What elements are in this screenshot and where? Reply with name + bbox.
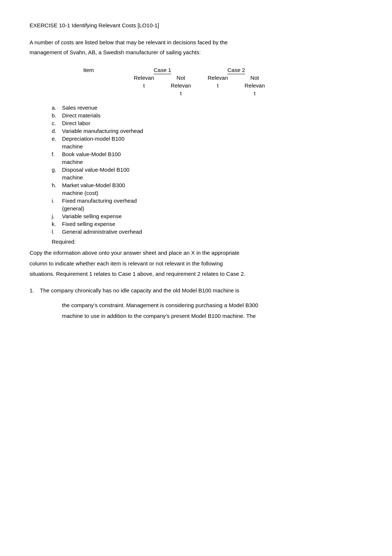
list-item-e: e. Depreciation-model B100 (52, 135, 362, 142)
list-label-k: k. (52, 221, 62, 227)
col-relevant1b: Relevan (162, 82, 199, 89)
list-text-h: Market value-Model B300 (62, 182, 362, 188)
cost-table: Item Case 1 Case 2 Relevan Not Relevan N… (52, 66, 273, 97)
list-item-d: d. Variable manufacturing overhead (52, 128, 362, 134)
list-label-c: c. (52, 120, 62, 126)
list-item-g: g. Disposal value-Model B100 (52, 167, 362, 173)
required-label: Required: (52, 238, 362, 245)
list-item-b: b. Direct materials (52, 112, 362, 119)
intro-text-1: A number of costs are listed below that … (30, 37, 362, 57)
list-label-i: i. (52, 198, 62, 204)
list-text-l: General administrative overhead (62, 229, 362, 235)
numbered-item-1: 1. The company chronically has no idle c… (30, 285, 362, 296)
col-t2: t (199, 82, 236, 89)
list-item-l: l. General administrative overhead (52, 229, 362, 235)
col-relevant2b: Relevan (236, 82, 273, 89)
sub-item-g: machine (62, 174, 362, 181)
list-item-a: a. Sales revenue (52, 104, 362, 111)
col-t1: t (125, 82, 162, 89)
list-text-i: Fixed manufacturing overhead (62, 198, 362, 204)
list-text-j: Variable selling expense (62, 213, 362, 219)
list-item-j: j. Variable selling expense (52, 213, 362, 219)
list-text-a: Sales revenue (62, 104, 362, 111)
list-label-h: h. (52, 182, 62, 188)
sub-item-f: machine (62, 159, 362, 165)
list-label-l: l. (52, 229, 62, 235)
table-header-row-1: Item Case 1 Case 2 (52, 66, 273, 74)
sub-item-e: machine (62, 143, 362, 150)
list-label-g: g. (52, 167, 62, 173)
list-text-k: Fixed selling expense (62, 221, 362, 227)
list-label-b: b. (52, 112, 62, 119)
cost-table-container: Item Case 1 Case 2 Relevan Not Relevan N… (52, 66, 362, 97)
list-label-e: e. (52, 135, 62, 142)
list-item-f: f. Book value-Model B100 (52, 151, 362, 157)
exercise-title: EXERCISE 10-1 Identifying Relevant Costs… (30, 22, 362, 28)
list-text-d: Variable manufacturing overhead (62, 128, 362, 134)
list-text-b: Direct materials (62, 112, 362, 119)
list-text-c: Direct labor (62, 120, 362, 126)
col-relevant2-label: Relevan (199, 74, 236, 82)
table-header-row-4: t t (52, 89, 273, 97)
numbered-content-1: The company chronically has no idle capa… (40, 285, 362, 296)
list-item-c: c. Direct labor (52, 120, 362, 126)
item-column-header: Item (52, 66, 125, 89)
indent-text-1b: machine to use in addition to the compan… (62, 311, 362, 322)
col-t2c: t (236, 89, 273, 97)
sub-item-h: machine (cost) (62, 190, 362, 196)
list-label-f: f. (52, 151, 62, 157)
list-label-a: a. (52, 104, 62, 111)
col-relevant1-label: Relevan (125, 74, 162, 82)
list-label-d: d. (52, 128, 62, 134)
case1-header: Case 1 (125, 66, 199, 74)
indent-text-1a: the company’s constraint. Management is … (62, 300, 362, 311)
case2-header: Case 2 (199, 66, 273, 74)
col-not2-label: Not (236, 74, 273, 82)
numbered-label-1: 1. (30, 285, 40, 296)
list-text-f: Book value-Model B100 (62, 151, 362, 157)
body-text-copy: Copy the information above onto your ans… (30, 248, 362, 279)
col-not1-label: Not (162, 74, 199, 82)
list-label-j: j. (52, 213, 62, 219)
list-text-e: Depreciation-model B100 (62, 135, 362, 142)
list-text-g: Disposal value-Model B100 (62, 167, 362, 173)
sub-item-i: (general) (62, 205, 362, 212)
cost-items-list: a. Sales revenue b. Direct materials c. … (52, 104, 362, 235)
list-item-i: i. Fixed manufacturing overhead (52, 198, 362, 204)
list-item-k: k. Fixed selling expense (52, 221, 362, 227)
list-item-h: h. Market value-Model B300 (52, 182, 362, 188)
col-t1c: t (162, 89, 199, 97)
